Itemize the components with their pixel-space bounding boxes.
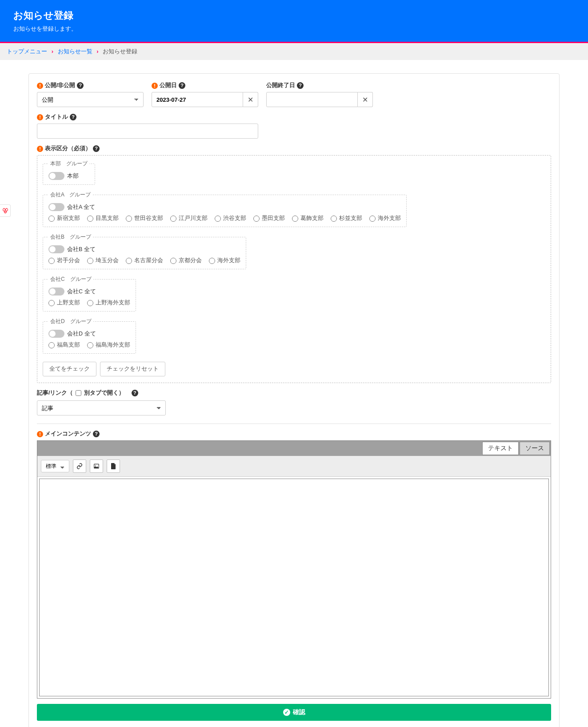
article-link-label: 記事/リンク（	[37, 389, 73, 397]
clear-publish-date-button[interactable]: ✕	[243, 92, 258, 107]
confirm-button[interactable]: ✓ 確認	[37, 704, 551, 721]
confirm-label: 確認	[293, 708, 305, 716]
display-section-label: 表示区分（必須）	[45, 145, 91, 152]
breadcrumb-link-list[interactable]: お知らせ一覧	[58, 48, 92, 55]
link-icon[interactable]	[73, 459, 86, 473]
new-tab-label: 別タブで開く）	[84, 389, 124, 397]
branch-radio[interactable]: 杉並支部	[331, 215, 362, 222]
page-title: お知らせ登録	[13, 9, 575, 22]
visibility-label: 公開/非公開	[45, 82, 75, 89]
breadcrumb-current: お知らせ登録	[103, 48, 137, 55]
branch-radio[interactable]: 上野支部	[48, 299, 80, 307]
publish-date-label: 公開日	[160, 82, 177, 89]
group-legend: 会社A グループ	[48, 191, 92, 199]
breadcrumb-link-top[interactable]: トップメニュー	[7, 48, 47, 55]
editor-toolbar: 標準	[37, 456, 551, 477]
help-icon[interactable]: ?	[179, 82, 185, 89]
group-3: 会社C グループ会社C 全て上野支部上野海外支部	[43, 276, 136, 312]
chevron-right-icon: ›	[52, 48, 53, 55]
group-4: 会社D グループ会社D 全て福島支部福島海外支部	[43, 318, 136, 354]
branch-radio[interactable]: 海外支部	[369, 215, 401, 222]
group-1: 会社A グループ会社A 全て新宿支部目黒支部世田谷支部江戸川支部渋谷支部墨田支部…	[43, 191, 407, 227]
help-icon[interactable]: ?	[132, 390, 138, 396]
page-subtitle: お知らせを登録します。	[13, 25, 575, 33]
branch-radio[interactable]: 世田谷支部	[126, 215, 163, 222]
branch-radio[interactable]: 新宿支部	[48, 215, 80, 222]
title-input[interactable]	[37, 124, 258, 139]
editor-tabs: テキスト ソース	[37, 441, 551, 456]
check-all-button[interactable]: 全てをチェック	[43, 362, 96, 376]
branch-radio[interactable]: 岩手分会	[48, 257, 80, 264]
group-legend: 本部 グループ	[48, 160, 89, 168]
editor-body[interactable]	[39, 479, 549, 696]
breadcrumb: トップメニュー › お知らせ一覧 › お知らせ登録	[0, 43, 588, 60]
format-select[interactable]: 標準	[41, 460, 69, 472]
clear-end-date-button[interactable]: ✕	[358, 92, 373, 107]
required-icon: !	[37, 146, 43, 152]
check-circle-icon: ✓	[283, 709, 290, 716]
required-icon: !	[152, 83, 158, 89]
group-toggle-label: 本部	[67, 173, 79, 179]
branch-radio[interactable]: 福島支部	[48, 341, 80, 349]
display-section-box: 本部 グループ本部会社A グループ会社A 全て新宿支部目黒支部世田谷支部江戸川支…	[37, 155, 551, 383]
group-toggle-label: 会社D 全て	[67, 331, 96, 337]
title-label: タイトル	[45, 113, 68, 121]
branch-radio[interactable]: 福島海外支部	[87, 341, 130, 349]
group-toggle[interactable]	[48, 288, 64, 296]
group-toggle-label: 会社A 全て	[67, 204, 95, 210]
group-toggle-label: 会社B 全て	[67, 246, 96, 252]
article-link-select[interactable]: 記事	[37, 400, 166, 415]
group-toggle[interactable]	[48, 203, 64, 211]
branch-radio[interactable]: 埼玉分会	[87, 257, 119, 264]
group-toggle[interactable]	[48, 245, 64, 253]
help-icon[interactable]: ?	[93, 145, 100, 152]
svg-point-1	[95, 465, 96, 466]
required-icon: !	[37, 83, 43, 89]
help-icon[interactable]: ?	[93, 431, 100, 437]
chevron-right-icon: ›	[96, 48, 98, 55]
group-toggle[interactable]	[48, 172, 64, 180]
form-card: ! 公開/非公開 ? 公開 ! 公開日 ? ✕	[28, 73, 560, 727]
help-icon[interactable]: ?	[77, 82, 84, 89]
image-icon[interactable]	[90, 459, 103, 473]
end-date-input[interactable]	[266, 92, 358, 107]
group-legend: 会社D グループ	[48, 318, 93, 325]
group-legend: 会社C グループ	[48, 276, 93, 283]
branch-radio[interactable]: 目黒支部	[87, 215, 119, 222]
group-0: 本部 グループ本部	[43, 160, 95, 185]
branch-radio[interactable]: 京都分会	[170, 257, 202, 264]
help-icon[interactable]: ?	[297, 82, 304, 89]
branch-radio[interactable]: 葛飾支部	[292, 215, 324, 222]
divider	[37, 423, 551, 424]
main-content-label: メインコンテンツ	[45, 430, 91, 438]
end-date-label: 公開終了日	[266, 82, 295, 89]
group-toggle[interactable]	[48, 330, 64, 338]
group-legend: 会社B グループ	[48, 233, 93, 241]
branch-radio[interactable]: 墨田支部	[253, 215, 285, 222]
new-tab-checkbox[interactable]	[76, 390, 81, 396]
branch-radio[interactable]: 江戸川支部	[170, 215, 208, 222]
required-icon: !	[37, 431, 43, 437]
file-icon[interactable]	[107, 459, 120, 473]
editor: テキスト ソース 標準	[37, 440, 551, 699]
publish-date-input[interactable]	[152, 92, 243, 107]
tab-text[interactable]: テキスト	[482, 442, 519, 455]
help-icon[interactable]: ?	[70, 114, 76, 120]
laravel-debugbar-icon[interactable]	[0, 204, 11, 217]
required-icon: !	[37, 114, 43, 120]
tab-source[interactable]: ソース	[520, 442, 550, 455]
visibility-select[interactable]: 公開	[37, 92, 144, 107]
reset-check-button[interactable]: チェックをリセット	[100, 362, 165, 376]
page-header: お知らせ登録 お知らせを登録します。	[0, 0, 588, 43]
branch-radio[interactable]: 名古屋分会	[126, 257, 163, 264]
branch-radio[interactable]: 海外支部	[209, 257, 240, 264]
group-2: 会社B グループ会社B 全て岩手分会埼玉分会名古屋分会京都分会海外支部	[43, 233, 246, 269]
group-toggle-label: 会社C 全て	[67, 288, 96, 295]
branch-radio[interactable]: 渋谷支部	[215, 215, 246, 222]
branch-radio[interactable]: 上野海外支部	[87, 299, 130, 307]
